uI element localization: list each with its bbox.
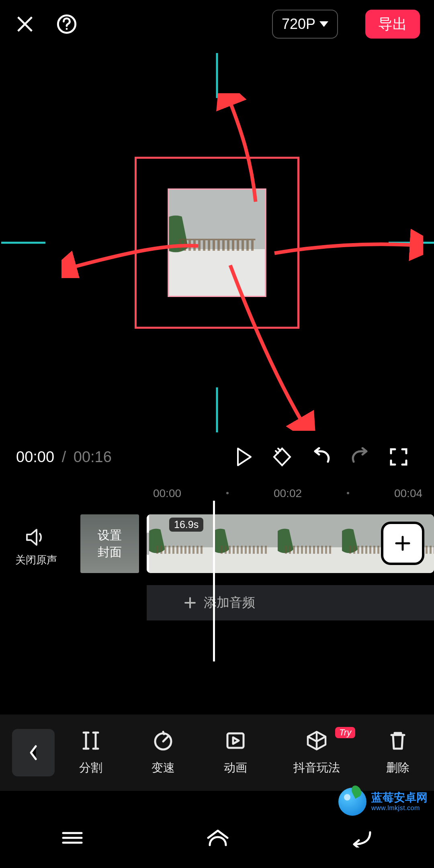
- time-separator: /: [57, 448, 70, 466]
- time-current: 00:00: [16, 448, 54, 466]
- top-bar: 720P 导出: [0, 0, 434, 48]
- set-cover-button[interactable]: 设置 封面: [80, 514, 139, 573]
- add-media-button[interactable]: [383, 524, 422, 563]
- ruler-mark: 00:00: [153, 487, 181, 500]
- ruler-dot: [226, 492, 229, 494]
- clip-duration-badge: 16.9s: [169, 518, 203, 532]
- svg-line-18: [163, 732, 164, 734]
- guide-line-bottom: [216, 387, 218, 432]
- system-nav-bar: [0, 808, 434, 868]
- svg-point-3: [66, 28, 68, 30]
- tool-bar: 分割 变速 动画 Try 抖音玩法 删除: [0, 714, 434, 791]
- export-label: 导出: [378, 14, 407, 34]
- tool-animation[interactable]: 动画: [199, 729, 272, 776]
- nav-back-icon[interactable]: [352, 828, 373, 848]
- play-icon[interactable]: [225, 441, 264, 473]
- mute-label: 关闭原声: [12, 553, 60, 567]
- help-icon[interactable]: [56, 13, 78, 35]
- nav-recent-icon[interactable]: [61, 829, 84, 847]
- add-audio-track[interactable]: 添加音频: [147, 585, 434, 620]
- guide-line-top: [216, 53, 218, 98]
- tool-label: 删除: [386, 760, 409, 776]
- cover-label: 设置 封面: [98, 527, 122, 561]
- tool-douyin-effect[interactable]: Try 抖音玩法: [271, 729, 362, 776]
- clip-frame: [278, 514, 342, 573]
- undo-icon[interactable]: [302, 441, 341, 473]
- canvas-viewport[interactable]: [45, 53, 389, 432]
- resolution-button[interactable]: 720P: [272, 10, 338, 39]
- tool-back-button[interactable]: [12, 729, 55, 776]
- nav-home-icon[interactable]: [205, 827, 231, 848]
- playhead[interactable]: [213, 501, 215, 661]
- timeline-tracks[interactable]: 关闭原声 设置 封面 16.9s 添加音频: [0, 503, 434, 636]
- tool-label: 分割: [79, 760, 102, 776]
- svg-rect-19: [227, 733, 244, 748]
- tool-delete[interactable]: 删除: [362, 729, 434, 776]
- try-badge: Try: [335, 727, 355, 738]
- add-audio-label: 添加音频: [204, 594, 255, 612]
- redo-icon[interactable]: [341, 441, 379, 473]
- media-clip[interactable]: [168, 188, 266, 297]
- export-button[interactable]: 导出: [365, 10, 420, 39]
- tool-label: 抖音玩法: [293, 760, 340, 776]
- mute-original-button[interactable]: 关闭原声: [12, 527, 60, 567]
- svg-line-17: [163, 737, 168, 741]
- svg-line-4: [278, 448, 280, 451]
- fullscreen-icon[interactable]: [379, 441, 418, 473]
- time-total: 00:16: [74, 448, 112, 466]
- tool-label: 变速: [151, 760, 175, 776]
- tool-split[interactable]: 分割: [55, 729, 127, 776]
- ruler-mark: 00:02: [274, 487, 302, 500]
- guide-line-right: [389, 242, 434, 244]
- ruler-mark: 00:04: [394, 487, 422, 500]
- tool-label: 动画: [224, 760, 247, 776]
- watermark-title: 蓝莓安卓网: [371, 792, 428, 803]
- transport-bar: 00:00 / 00:16: [0, 435, 434, 479]
- guide-line-left: [1, 242, 45, 244]
- chevron-down-icon: [319, 21, 328, 27]
- keyframe-icon[interactable]: [264, 441, 302, 473]
- time-ruler[interactable]: 00:00 00:02 00:04: [0, 483, 434, 503]
- svg-line-5: [276, 451, 278, 453]
- ruler-dot: [347, 492, 349, 494]
- tool-speed[interactable]: 变速: [127, 729, 199, 776]
- clip-frame: [213, 514, 278, 573]
- close-icon[interactable]: [14, 13, 36, 35]
- watermark: 蓝莓安卓网 www.lmkjst.com: [338, 788, 428, 816]
- watermark-icon: [338, 788, 366, 816]
- resolution-label: 720P: [282, 16, 315, 33]
- watermark-url: www.lmkjst.com: [371, 805, 420, 811]
- preview-area: [0, 53, 434, 432]
